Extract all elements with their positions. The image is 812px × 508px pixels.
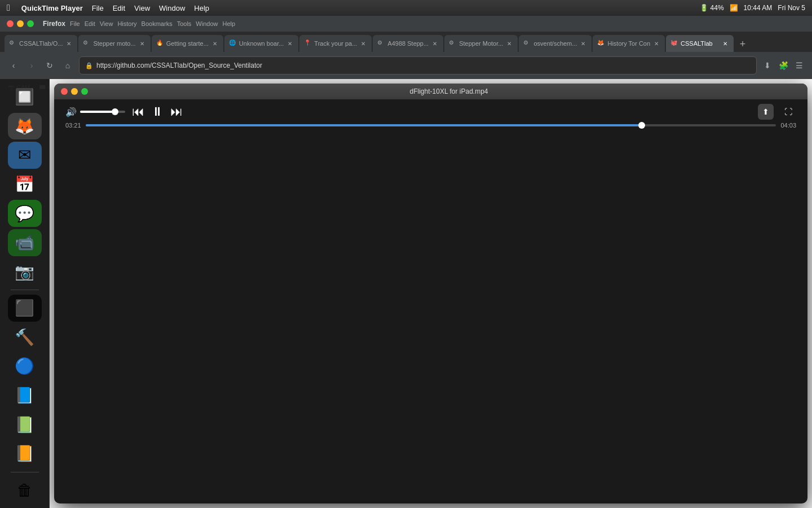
new-tab-button[interactable]: + — [735, 36, 751, 52]
progress-thumb[interactable] — [638, 122, 645, 129]
quicktime-controls: 🔊 ⏮ ⏸ ⏭ ⬆ — [54, 99, 807, 144]
tab-stepper-2[interactable]: ⚙ Stepper Motor... ✕ — [444, 35, 518, 52]
refresh-button[interactable]: ↻ — [43, 59, 56, 72]
macos-menubar:  QuickTime Player File Edit View Window… — [0, 0, 812, 16]
browser-menu-edit[interactable]: Edit — [85, 20, 95, 27]
tab-unknown-board[interactable]: 🌐 Unknown boar... ✕ — [224, 35, 299, 52]
tab-a4988[interactable]: ⚙ A4988 Stepp... ✕ — [373, 35, 443, 52]
tab-history[interactable]: 🦊 History Tor Con ✕ — [593, 35, 665, 52]
browser-menu-window[interactable]: Window — [196, 20, 218, 27]
qt-minimize-button[interactable] — [71, 88, 78, 95]
battery-indicator: 🔋 44% — [700, 4, 723, 12]
fast-forward-button[interactable]: ⏭ — [170, 104, 183, 119]
fullscreen-icon: ⛶ — [784, 107, 792, 116]
tab-getting-started[interactable]: 🔥 Getting starte... ✕ — [152, 35, 223, 52]
tab-cssaltlab-1[interactable]: ⚙ CSSALTlab/O... ✕ — [5, 35, 77, 52]
macos-status-items: 🔋 44% 📶 10:44 AM Fri Nov 5 — [700, 4, 805, 12]
volume-icon[interactable]: 🔊 — [65, 107, 77, 117]
browser-addressbar: ‹ › ↻ ⌂ 🔒 https://github.com/CSSALTlab/O… — [0, 52, 812, 79]
dock-finder[interactable]: 🔲 — [8, 84, 42, 111]
current-time: 03:21 — [65, 122, 81, 129]
tab-favicon-9: 🦊 — [597, 40, 605, 47]
minimize-button[interactable] — [17, 20, 24, 27]
tab-favicon-5: 📍 — [304, 40, 312, 47]
view-menu[interactable]: View — [134, 4, 150, 12]
tab-close-6[interactable]: ✕ — [431, 40, 439, 47]
tab-favicon-2: ⚙ — [83, 40, 91, 47]
tab-close-8[interactable]: ✕ — [579, 40, 587, 47]
browser-menu-file[interactable]: File — [70, 20, 80, 27]
volume-control: 🔊 — [65, 107, 125, 117]
tab-favicon-3: 🔥 — [156, 40, 164, 47]
dock-messages[interactable]: 💬 — [8, 200, 42, 227]
downloads-button[interactable]: ⬇ — [761, 59, 774, 72]
share-icon: ⬆ — [762, 107, 769, 116]
tab-label-5: Track your pa... — [314, 40, 357, 47]
qt-maximize-button[interactable] — [81, 88, 88, 95]
browser-menu-history[interactable]: History — [117, 20, 136, 27]
progress-fill — [86, 124, 642, 126]
extensions-button[interactable]: 🧩 — [777, 59, 789, 72]
quicktime-titlebar: dFlight-10XL for iPad.mp4 — [54, 84, 807, 99]
browser-menu-bookmarks[interactable]: Bookmarks — [142, 20, 173, 27]
dock-calendar[interactable]: 📅 — [8, 171, 42, 198]
rewind-button[interactable]: ⏮ — [132, 104, 144, 119]
tab-cssaltlab-active[interactable]: 🐙 CSSALTlab ✕ — [666, 35, 734, 52]
dock-firefox[interactable]: 🦊 — [8, 113, 42, 140]
qt-close-button[interactable] — [61, 88, 68, 95]
close-button[interactable] — [7, 20, 14, 27]
tab-close-9[interactable]: ✕ — [652, 40, 660, 47]
help-menu[interactable]: Help — [194, 4, 209, 12]
pause-button[interactable]: ⏸ — [151, 104, 164, 119]
window-menu[interactable]: Window — [159, 4, 185, 12]
volume-bar[interactable] — [80, 111, 125, 113]
tab-osvent[interactable]: ⚙ osvent/schem... ✕ — [519, 35, 592, 52]
tab-close-2[interactable]: ✕ — [138, 40, 146, 47]
tab-close-1[interactable]: ✕ — [65, 40, 73, 47]
tab-close-5[interactable]: ✕ — [359, 40, 367, 47]
dock-mail[interactable]: ✉ — [8, 142, 42, 169]
tab-label-8: osvent/schem... — [533, 40, 577, 47]
tab-track[interactable]: 📍 Track your pa... ✕ — [299, 35, 372, 52]
dock-powerpoint[interactable]: 📙 — [8, 440, 42, 467]
volume-thumb[interactable] — [112, 108, 118, 115]
url-display: https://github.com/CSSALTlab/Open_Source… — [96, 62, 262, 69]
home-button[interactable]: ⌂ — [61, 59, 74, 72]
dock-xcode[interactable]: 🔨 — [8, 324, 42, 351]
qt-window-title: dFlight-10XL for iPad.mp4 — [97, 87, 801, 95]
browser-menu-help[interactable]: Help — [222, 20, 235, 27]
tab-close-4[interactable]: ✕ — [286, 40, 294, 47]
tab-favicon-1: ⚙ — [9, 40, 17, 47]
browser-menu-tools[interactable]: Tools — [177, 20, 192, 27]
tab-favicon-10: 🐙 — [670, 40, 678, 47]
back-button[interactable]: ‹ — [7, 59, 20, 72]
fullscreen-button[interactable]: ⛶ — [780, 104, 796, 120]
progress-bar[interactable] — [86, 124, 776, 126]
dock-excel[interactable]: 📗 — [8, 411, 42, 438]
address-bar[interactable]: 🔒 https://github.com/CSSALTlab/Open_Sour… — [79, 56, 757, 75]
tab-close-10[interactable]: ✕ — [721, 40, 729, 47]
dock-trash[interactable]: 🗑 — [8, 476, 42, 503]
controls-row: 🔊 ⏮ ⏸ ⏭ ⬆ — [65, 104, 796, 120]
edit-menu[interactable]: Edit — [113, 4, 125, 12]
share-button[interactable]: ⬆ — [758, 104, 774, 120]
dock-chrome[interactable]: 🔵 — [8, 353, 42, 380]
file-menu[interactable]: File — [92, 4, 104, 12]
maximize-button[interactable] — [27, 20, 34, 27]
menu-button[interactable]: ☰ — [793, 59, 805, 72]
app-name-menu[interactable]: QuickTime Player — [21, 4, 83, 12]
tab-label-10: CSSALTlab — [681, 40, 713, 47]
forward-button[interactable]: › — [25, 59, 38, 72]
browser-menu-view[interactable]: View — [100, 20, 113, 27]
window-traffic-lights — [7, 20, 34, 27]
dock-word[interactable]: 📘 — [8, 382, 42, 409]
tab-favicon-6: ⚙ — [377, 40, 385, 47]
main-content-area: 🔲 🦊 ✉ 📅 💬 📹 📷 ⬛ 🔨 🔵 📘 📗 📙 🗑 dFlight-1 — [0, 79, 812, 508]
tab-stepper-1[interactable]: ⚙ Stepper moto... ✕ — [78, 35, 150, 52]
tab-close-3[interactable]: ✕ — [211, 40, 219, 47]
dock-terminal[interactable]: ⬛ — [8, 295, 42, 322]
dock-photos[interactable]: 📷 — [8, 259, 42, 286]
dock-facetime[interactable]: 📹 — [8, 229, 42, 256]
apple-logo[interactable]:  — [7, 3, 10, 13]
tab-close-7[interactable]: ✕ — [505, 40, 513, 47]
